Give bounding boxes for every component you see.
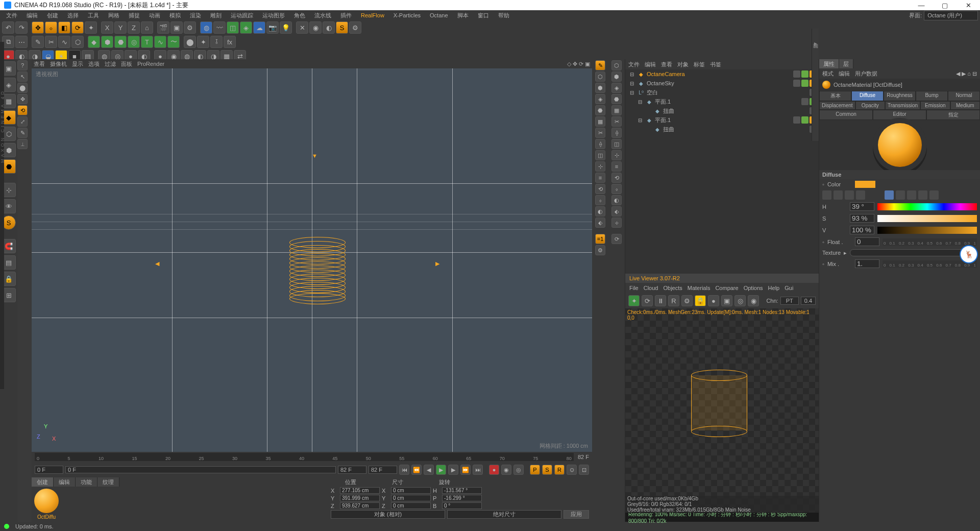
menu-script[interactable]: 脚本 xyxy=(453,11,473,20)
play-icon[interactable]: ▶ xyxy=(436,465,446,475)
menu-animate[interactable]: 动画 xyxy=(145,11,164,20)
structure-tab-strip[interactable]: 构造 ▸ xyxy=(812,29,819,141)
layout-value[interactable]: Octane (用户) xyxy=(924,11,978,20)
lv-render-icon[interactable]: ✦ xyxy=(628,295,640,306)
camera-group-icon[interactable]: 📷 xyxy=(266,21,279,34)
rotate-icon[interactable]: ⟲ xyxy=(17,105,28,115)
color-eyedrop-icon[interactable] xyxy=(929,190,939,200)
btm-tab-edit[interactable]: 编辑 xyxy=(54,477,76,487)
attr-menu-mode[interactable]: 模式 xyxy=(822,70,834,78)
deformer-group-icon[interactable]: ◈ xyxy=(240,21,252,34)
xp-icon[interactable]: ✕ xyxy=(296,21,308,34)
color-wheel-icon[interactable] xyxy=(822,190,831,200)
pal-b9-icon[interactable]: ⊹ xyxy=(611,150,622,160)
mix-field[interactable] xyxy=(855,259,879,268)
handle-left-icon[interactable]: ◀ xyxy=(155,260,159,267)
menu-edit[interactable]: 编辑 xyxy=(22,11,42,20)
pal-b12-icon[interactable]: ⬨ xyxy=(611,184,622,194)
material-thumbnail[interactable]: OctDiffu xyxy=(32,487,61,522)
lv-chn-select[interactable]: PT xyxy=(780,297,799,305)
light-group-icon[interactable]: 💡 xyxy=(280,21,292,34)
pal-b14-icon[interactable]: ⬖ xyxy=(611,206,622,216)
btm-tab-create[interactable]: 创建 xyxy=(32,477,54,487)
tool-4-icon[interactable]: ⬡ xyxy=(71,36,84,48)
menu-snap[interactable]: 捕捉 xyxy=(125,11,144,20)
lv-menu-materials[interactable]: Materials xyxy=(688,285,710,291)
fx-icon[interactable]: fx xyxy=(224,36,236,48)
handle-top-icon[interactable]: ▼ xyxy=(312,153,317,159)
chtab-common[interactable]: Common xyxy=(819,110,873,120)
range-slider[interactable]: 0 F xyxy=(65,466,336,473)
hsv-v-field[interactable] xyxy=(850,226,874,234)
menu-xparticles[interactable]: X-Particles xyxy=(389,11,425,19)
vp-menu-filter[interactable]: 过滤 xyxy=(105,60,116,68)
color-spectrum-icon[interactable] xyxy=(834,190,843,200)
pal-b2-icon[interactable]: ⬢ xyxy=(611,71,622,82)
live-sel-icon[interactable]: ⬤ xyxy=(17,83,28,93)
hsv-h-field[interactable] xyxy=(850,202,874,211)
objmgr-menu-bookmarks[interactable]: 书签 xyxy=(710,61,721,68)
lv-menu-gui[interactable]: Gui xyxy=(785,285,793,291)
pal-b10-icon[interactable]: ≡ xyxy=(611,161,622,172)
render-settings-icon[interactable]: ⚙ xyxy=(184,21,196,34)
color-rgb-icon[interactable] xyxy=(856,190,865,200)
render-pv-icon[interactable]: ▣ xyxy=(170,21,183,34)
pal-a3-icon[interactable]: ⬢ xyxy=(595,83,605,93)
tree-row[interactable]: ⊟◆OctaneCamera xyxy=(625,69,819,79)
float-slider[interactable]: 00.1 0.20.3 0.40.5 0.60.7 0.80.9 1 xyxy=(883,238,977,246)
mograph-cloner-icon[interactable]: ◆ xyxy=(88,36,100,48)
objmgr-menu-view[interactable]: 查看 xyxy=(661,61,672,68)
rec-key-icon[interactable]: ● xyxy=(489,465,499,475)
size-mode-dd[interactable]: 绝对尺寸 xyxy=(447,510,561,519)
size-y-field[interactable] xyxy=(391,495,431,501)
menu-file[interactable]: 文件 xyxy=(2,11,21,20)
coord-mode-dd[interactable]: 对象 (相对) xyxy=(331,510,445,519)
menu-character[interactable]: 角色 xyxy=(290,11,309,20)
pal-b5-icon[interactable]: ▦ xyxy=(611,105,622,115)
key-s-icon[interactable]: S xyxy=(542,465,552,475)
pal-a13-icon[interactable]: ⬨ xyxy=(595,195,605,205)
menu-plugins[interactable]: 插件 xyxy=(336,11,356,20)
pal-a5-icon[interactable]: ⬣ xyxy=(595,105,605,115)
prev-key-icon[interactable]: ⏪ xyxy=(411,465,422,475)
octane-s-icon[interactable]: S xyxy=(336,21,348,34)
vp-menu-panel[interactable]: 面板 xyxy=(121,60,132,68)
pal-a7-icon[interactable]: ✂ xyxy=(595,128,605,138)
next-key-icon[interactable]: ⏩ xyxy=(460,465,471,475)
size-z-field[interactable] xyxy=(391,502,431,509)
octane-settings-icon[interactable]: ⚙ xyxy=(349,21,361,34)
objmgr-menu-file[interactable]: 文件 xyxy=(628,61,640,68)
chtab-editor[interactable]: Editor xyxy=(873,110,926,120)
attr-menu-userdata[interactable]: 用户数据 xyxy=(855,70,877,78)
pal-a17-icon[interactable]: ⚙ xyxy=(595,245,605,255)
goto-start-icon[interactable]: ⏮ xyxy=(399,465,409,475)
frame-end-field[interactable]: 82 F xyxy=(338,466,366,474)
hair-icon[interactable]: ⫱ xyxy=(210,36,223,48)
mograph-tracer-icon[interactable]: ∿ xyxy=(154,36,166,48)
tree-row[interactable]: ⊟◆平面.1 xyxy=(625,115,819,125)
vp-menu-options[interactable]: 选项 xyxy=(88,60,100,68)
recent-tool-icon[interactable]: ✦ xyxy=(85,21,97,34)
vp-menu-display[interactable]: 显示 xyxy=(72,60,83,68)
chtab-opacity[interactable]: Opacity xyxy=(855,101,885,110)
move-icon[interactable]: ✥ xyxy=(17,94,28,104)
timeline-ruler[interactable]: 05 1015 2025 3035 4045 5055 6065 7075 80… xyxy=(32,452,592,462)
select-tool-icon[interactable]: ✥ xyxy=(32,21,44,34)
menu-tools[interactable]: 工具 xyxy=(84,11,103,20)
texture-arrow-icon[interactable]: ▸ xyxy=(844,250,847,256)
key-opt-icon[interactable]: ⊡ xyxy=(579,465,589,475)
pos-z-field[interactable] xyxy=(340,502,380,509)
vp-nav-icon[interactable]: ◇ ✥ ⟳ ▣ xyxy=(567,61,590,67)
attr-tab-attributes[interactable]: 属性 xyxy=(819,59,839,68)
key-p-icon[interactable]: P xyxy=(530,465,540,475)
tool-3-icon[interactable]: ∿ xyxy=(58,36,70,48)
viewport[interactable]: 透视视图 ◀ xyxy=(32,68,592,452)
brush-icon[interactable]: ✎ xyxy=(17,128,28,138)
frame-cur-field[interactable]: 82 F xyxy=(369,466,397,474)
chtab-normal[interactable]: Normal xyxy=(948,91,980,101)
lv-menu-objects[interactable]: Objects xyxy=(663,285,682,291)
val-slider[interactable] xyxy=(877,227,977,234)
move-tool-icon[interactable]: ⬦ xyxy=(45,21,57,34)
pal-a14-icon[interactable]: ◐ xyxy=(595,206,605,216)
tree-row[interactable]: ◆扭曲 xyxy=(625,106,819,115)
